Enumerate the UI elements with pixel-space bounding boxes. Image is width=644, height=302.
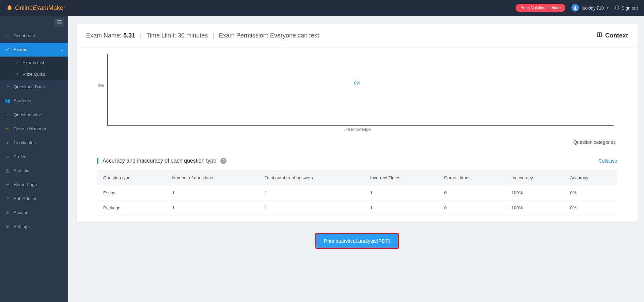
validity-pill[interactable]: Free, Validity: Lifetime (516, 4, 565, 12)
check-square-icon: ☑ (5, 112, 10, 117)
time-limit: Time Limit: 30 minutes (146, 32, 208, 39)
gear-icon: ⚙ (5, 224, 10, 229)
main-content: Exam Name: 5.31 | Time Limit: 30 minutes… (68, 16, 644, 302)
table-row: Package 1 1 1 0 100% 0% (97, 200, 617, 215)
print-button[interactable]: Print statistical analysis(PDF) (316, 234, 398, 248)
certificate-icon: ● (5, 140, 10, 145)
separator: | (213, 32, 214, 39)
help-icon[interactable]: ? (220, 158, 226, 164)
th-num-questions: Number of questions (166, 170, 259, 185)
y-tick-label: 0% (98, 83, 104, 88)
chart-panel: 0% 0% Life knowledge Question categories (77, 47, 638, 148)
avatar-icon (571, 4, 579, 12)
chevron-left-icon: ‹ (62, 183, 63, 186)
table-row: Essay 1 1 1 0 100% 0% (97, 185, 617, 200)
th-question-type: Question type (97, 170, 166, 185)
chart-icon: ▥ (5, 168, 10, 173)
sidebar-item-questions-bank[interactable]: ?Questions Bank‹ (0, 80, 68, 94)
th-total-answers: Total number of answers (258, 170, 364, 185)
sidebar: ⌂Dashboard ✓Exams⌄ ✓Exams List ⤭Prize Qu… (0, 16, 68, 302)
check-circle-icon: ✓ (5, 47, 10, 52)
topbar: OnlineExamMaker Free, Validity: Lifetime… (0, 0, 644, 16)
table-header-row: Question type Number of questions Total … (97, 170, 617, 185)
sidebar-item-questionnaire[interactable]: ☑Questionnaire (0, 108, 68, 122)
chevron-left-icon: ‹ (62, 141, 63, 145)
signout-button[interactable]: Sign out (615, 5, 638, 11)
users-icon: 👥 (5, 98, 10, 103)
accuracy-table: Question type Number of questions Total … (97, 170, 617, 215)
sidebar-item-sub-admins[interactable]: ?Sub Admins (0, 192, 68, 206)
context-button[interactable]: Context (596, 32, 628, 40)
chevron-down-icon: ▾ (607, 6, 609, 10)
sidebar-toggle[interactable] (54, 18, 64, 27)
question-icon: ? (5, 196, 10, 201)
brand[interactable]: OnlineExamMaker (6, 4, 65, 12)
th-inaccuracy: Inaccuracy (505, 170, 564, 185)
sidebar-item-course-manager[interactable]: 🎓Course Manager‹ (0, 122, 68, 136)
print-button-highlight: Print statistical analysis(PDF) (315, 233, 399, 249)
sidebar-item-account[interactable]: $Account (0, 206, 68, 220)
chevron-left-icon: ‹ (62, 127, 63, 131)
th-correct: Correct times (438, 170, 505, 185)
card-icon: ▭ (5, 154, 10, 159)
book-icon (596, 32, 602, 40)
power-icon (615, 5, 619, 11)
chevron-left-icon: ‹ (62, 85, 63, 89)
accuracy-section: Accuracy and inaccuracy of each question… (77, 148, 638, 222)
check-circle-icon: ✓ (14, 60, 19, 65)
section-title: Accuracy and inaccuracy of each question… (103, 158, 216, 164)
chart-category-label: Life knowledge (343, 127, 371, 132)
svg-point-0 (575, 6, 576, 8)
dollar-icon: $ (5, 210, 10, 215)
sidebar-item-home-page[interactable]: ☰Home Page‹ (0, 178, 68, 192)
home-icon: ⌂ (5, 33, 10, 38)
logo-icon (6, 4, 13, 11)
sidebar-subitem-prize-quizs[interactable]: ⤭Prize Quizs (0, 68, 68, 80)
layout-icon: ☰ (5, 182, 10, 187)
user-menu[interactable]: luoxinyi710 ▾ (571, 4, 609, 12)
separator: | (140, 32, 142, 39)
sidebar-item-exams[interactable]: ✓Exams⌄ (0, 43, 68, 57)
chart-bar-value: 0% (354, 81, 360, 86)
sidebar-item-statistic[interactable]: ▥Statistic (0, 164, 68, 178)
brand-text: OnlineExamMaker (15, 4, 65, 12)
th-accuracy: Accuracy (564, 170, 617, 185)
chart-axes (107, 54, 614, 126)
graduation-icon: 🎓 (5, 126, 10, 131)
sidebar-item-students[interactable]: 👥Students‹ (0, 94, 68, 108)
username: luoxinyi710 (582, 5, 604, 11)
exam-permission: Exam Permission: Everyone can test (219, 32, 319, 39)
section-accent-bar (97, 158, 98, 164)
chevron-left-icon: ‹ (62, 99, 63, 103)
sidebar-item-dashboard[interactable]: ⌂Dashboard (0, 29, 68, 43)
sidebar-item-certificates[interactable]: ●Certificates‹ (0, 136, 68, 150)
shuffle-icon: ⤭ (14, 72, 19, 77)
exam-header: Exam Name: 5.31 | Time Limit: 30 minutes… (76, 24, 638, 47)
collapse-link[interactable]: Collapse (599, 158, 617, 164)
sidebar-item-settings[interactable]: ⚙Settings (0, 220, 68, 233)
th-incorrect: Incorrect Times (364, 170, 438, 185)
exam-name: Exam Name: 5.31 (86, 32, 135, 39)
question-icon: ? (5, 84, 10, 89)
chevron-down-icon: ⌄ (61, 48, 63, 51)
sidebar-subitem-exams-list[interactable]: ✓Exams List (0, 57, 68, 68)
sidebar-item-profits[interactable]: ▭Profits (0, 150, 68, 164)
